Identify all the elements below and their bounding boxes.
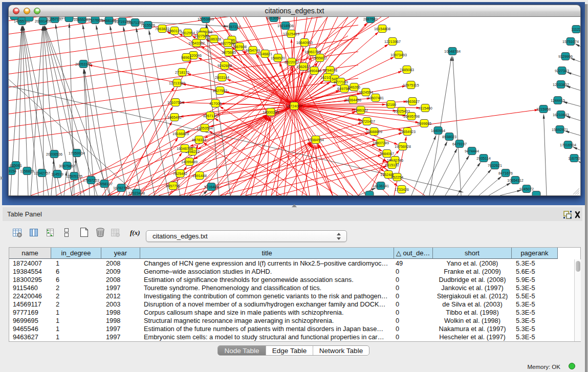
svg-text:7632621: 7632621 (488, 163, 502, 168)
svg-text:152254: 152254 (391, 175, 403, 180)
svg-text:10607481: 10607481 (367, 96, 384, 100)
svg-text:62160: 62160 (386, 102, 396, 107)
svg-text:11353594: 11353594 (197, 126, 212, 130)
svg-text:14099489: 14099489 (181, 160, 198, 164)
svg-text:7986322: 7986322 (354, 108, 368, 113)
svg-text:16210643: 16210643 (553, 113, 569, 117)
svg-text:10543382: 10543382 (188, 41, 205, 46)
svg-text:1733426: 1733426 (395, 187, 409, 192)
svg-text:417006: 417006 (209, 101, 222, 106)
svg-text:8878334: 8878334 (192, 138, 206, 142)
svg-text:20364436: 20364436 (345, 98, 361, 102)
svg-text:1588520: 1588520 (271, 56, 285, 60)
svg-text:8186328: 8186328 (207, 37, 221, 41)
svg-text:12213967: 12213967 (384, 39, 401, 44)
svg-text:9794078: 9794078 (323, 68, 337, 73)
svg-text:20053346: 20053346 (75, 62, 92, 67)
svg-text:19218506: 19218506 (277, 24, 294, 28)
svg-text:17359934: 17359934 (69, 151, 85, 156)
svg-text:8471676: 8471676 (498, 171, 513, 176)
svg-text:18300295: 18300295 (263, 110, 279, 115)
svg-text:2803144: 2803144 (215, 75, 229, 80)
svg-text:9115460: 9115460 (418, 106, 432, 111)
svg-text:1527602: 1527602 (88, 18, 102, 23)
svg-text:16053809: 16053809 (198, 17, 214, 21)
svg-text:9329996: 9329996 (558, 54, 573, 59)
svg-text:9245072: 9245072 (519, 187, 534, 191)
svg-text:16046738: 16046738 (177, 146, 193, 151)
svg-text:2367608: 2367608 (232, 45, 247, 49)
svg-text:746266: 746266 (348, 85, 360, 90)
svg-text:16640910: 16640910 (296, 40, 313, 45)
svg-text:16961758: 16961758 (304, 50, 321, 54)
svg-text:2887682: 2887682 (363, 17, 378, 21)
svg-text:12975115: 12975115 (403, 83, 419, 87)
svg-text:19756928: 19756928 (395, 144, 411, 149)
svg-text:7357224: 7357224 (226, 25, 241, 29)
svg-text:9463627: 9463627 (405, 99, 420, 104)
svg-text:10688609: 10688609 (366, 129, 382, 134)
svg-text:9227343: 9227343 (555, 69, 569, 73)
svg-text:1244415: 1244415 (551, 98, 565, 103)
svg-text:12213389: 12213389 (169, 81, 185, 85)
svg-text:10958107: 10958107 (96, 182, 113, 186)
svg-text:12505135: 12505135 (66, 174, 82, 179)
svg-text:39154: 39154 (9, 169, 16, 173)
svg-text:1965492: 1965492 (167, 115, 182, 120)
svg-text:9242848: 9242848 (217, 63, 232, 68)
svg-text:98961: 98961 (181, 55, 191, 60)
svg-text:8938023: 8938023 (442, 135, 456, 139)
svg-text:7625402: 7625402 (173, 171, 187, 176)
svg-text:20206536: 20206536 (46, 152, 62, 157)
svg-text:8267130: 8267130 (203, 114, 217, 118)
svg-text:2935114: 2935114 (476, 156, 490, 161)
svg-text:3912954: 3912954 (181, 31, 195, 35)
svg-text:1156829: 1156829 (20, 169, 34, 173)
svg-text:15751074: 15751074 (562, 39, 579, 44)
svg-text:18807249: 18807249 (373, 141, 389, 145)
svg-text:8322037: 8322037 (285, 60, 299, 64)
svg-text:18724007: 18724007 (286, 104, 302, 108)
svg-text:15692971: 15692971 (552, 127, 568, 132)
svg-text:1440954: 1440954 (431, 128, 445, 133)
svg-text:16107554: 16107554 (167, 100, 184, 105)
svg-text:9146821: 9146821 (258, 52, 272, 56)
svg-text:12323448: 12323448 (128, 191, 145, 195)
svg-text:16782759: 16782759 (113, 186, 129, 190)
svg-text:6479197: 6479197 (452, 142, 467, 146)
svg-text:2718170: 2718170 (175, 70, 189, 75)
svg-text:1615132: 1615132 (385, 163, 399, 167)
svg-text:11122: 11122 (572, 27, 580, 32)
svg-text:12325419: 12325419 (283, 32, 299, 36)
svg-text:19384554: 19384554 (308, 138, 324, 142)
svg-text:7955812: 7955812 (313, 56, 327, 60)
svg-text:10654112: 10654112 (507, 178, 523, 183)
svg-text:9474444: 9474444 (465, 149, 479, 154)
svg-text:5716485: 5716485 (204, 185, 219, 189)
svg-text:12342757: 12342757 (34, 171, 50, 176)
svg-text:1691448: 1691448 (192, 173, 207, 178)
svg-text:114519: 114519 (51, 172, 63, 177)
svg-text:12033832: 12033832 (553, 82, 569, 87)
svg-text:8427552: 8427552 (213, 89, 227, 93)
svg-text:10025433: 10025433 (394, 109, 410, 114)
svg-text:f(x): f(x) (130, 229, 140, 236)
svg-text:19166825: 19166825 (172, 132, 189, 136)
svg-text:7485083: 7485083 (400, 68, 414, 72)
svg-text:30975867: 30975867 (59, 164, 75, 168)
svg-text:16495798: 16495798 (403, 114, 420, 119)
svg-text:3215958: 3215958 (536, 107, 551, 112)
svg-text:9777169: 9777169 (334, 80, 348, 84)
svg-text:116753: 116753 (568, 156, 580, 161)
svg-text:3875685: 3875685 (222, 50, 236, 55)
svg-text:9699695: 9699695 (417, 121, 431, 126)
svg-text:3624554: 3624554 (359, 90, 373, 95)
svg-text:17016504: 17016504 (560, 143, 576, 147)
svg-text:15720407: 15720407 (359, 119, 375, 124)
svg-text:9457791: 9457791 (166, 184, 180, 188)
svg-text:8813054: 8813054 (267, 17, 281, 20)
svg-text:10648784: 10648784 (444, 49, 461, 54)
svg-text:10973493: 10973493 (390, 53, 407, 57)
svg-text:8960125: 8960125 (167, 29, 182, 33)
svg-text:14136141: 14136141 (373, 184, 389, 188)
